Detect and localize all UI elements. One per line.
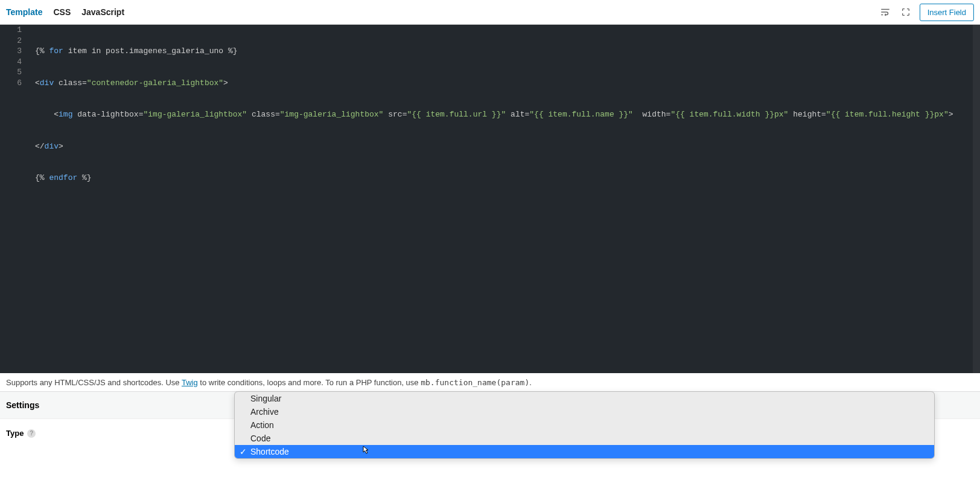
editor-toolbar: Template CSS JavaScript Insert Field: [0, 0, 980, 25]
twig-link[interactable]: Twig: [182, 378, 198, 387]
line-number: 1: [0, 25, 29, 36]
dropdown-option-shortcode[interactable]: Shortcode: [235, 445, 934, 458]
line-number: 6: [0, 78, 29, 89]
type-dropdown[interactable]: Singular Archive Action Code Shortcode: [234, 391, 935, 459]
wrap-icon[interactable]: [879, 5, 892, 19]
tab-template[interactable]: Template: [6, 7, 42, 17]
code-editor[interactable]: 1 2 3 4 5 6 {% for item in post.imagenes…: [0, 25, 980, 373]
line-number: 3: [0, 46, 29, 57]
line-gutter: 1 2 3 4 5 6: [0, 25, 29, 373]
insert-field-button[interactable]: Insert Field: [920, 4, 974, 21]
dropdown-option-archive[interactable]: Archive: [235, 405, 934, 418]
dropdown-option-singular[interactable]: Singular: [235, 392, 934, 405]
line-number: 2: [0, 36, 29, 46]
vertical-scrollbar[interactable]: [973, 25, 980, 373]
line-number: 5: [0, 67, 29, 78]
dropdown-option-action[interactable]: Action: [235, 418, 934, 432]
code-content[interactable]: {% for item in post.imagenes_galeria_uno…: [29, 25, 980, 373]
toolbar-actions: Insert Field: [879, 4, 974, 21]
fullscreen-icon[interactable]: [899, 5, 912, 19]
line-number: 4: [0, 57, 29, 68]
help-icon[interactable]: ?: [27, 429, 36, 438]
type-label: Type ?: [6, 429, 36, 438]
editor-help-text: Supports any HTML/CSS/JS and shortcodes.…: [0, 373, 980, 391]
dropdown-option-code[interactable]: Code: [235, 432, 934, 445]
tab-css[interactable]: CSS: [53, 7, 71, 17]
tab-javascript[interactable]: JavaScript: [81, 7, 124, 17]
tab-group: Template CSS JavaScript: [6, 7, 124, 17]
